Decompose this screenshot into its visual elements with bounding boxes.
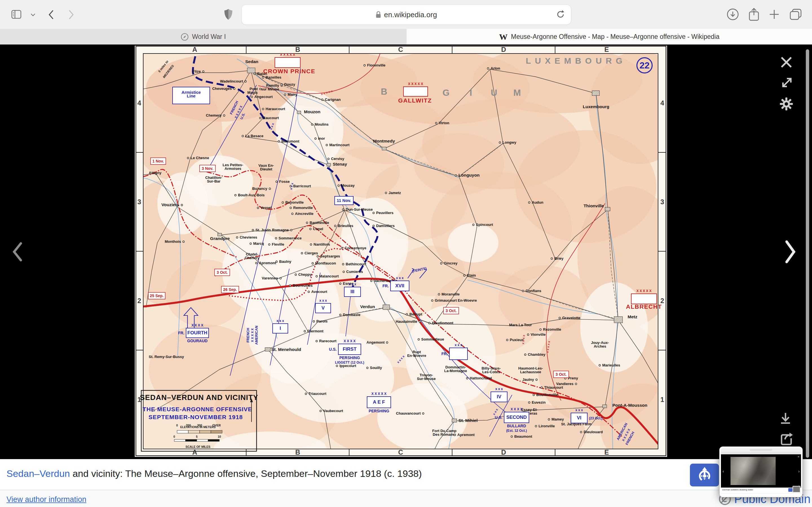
svg-text:Clermont: Clermont bbox=[307, 329, 324, 333]
svg-text:Inor: Inor bbox=[318, 136, 325, 140]
svg-text:SEDAN–VERDUN AND VICINITY: SEDAN–VERDUN AND VICINITY bbox=[140, 393, 258, 402]
svg-text:FOURTH: FOURTH bbox=[188, 330, 207, 335]
svg-text:FRENCH: FRENCH bbox=[246, 328, 250, 342]
svg-text:Beaumont: Beaumont bbox=[514, 434, 532, 439]
close-icon[interactable] bbox=[780, 56, 793, 69]
svg-text:Belrupt: Belrupt bbox=[409, 312, 422, 316]
sidebar-dropdown-chevron-icon[interactable] bbox=[31, 13, 36, 16]
svg-text:Arlon: Arlon bbox=[491, 66, 500, 70]
svg-text:Dieulouard: Dieulouard bbox=[583, 430, 603, 434]
svg-text:Mouzon: Mouzon bbox=[304, 109, 320, 114]
view-author-information-link[interactable]: View author information bbox=[6, 495, 86, 504]
svg-text:x x x: x x x bbox=[319, 298, 327, 302]
svg-text:3 Nov.: 3 Nov. bbox=[202, 166, 213, 171]
svg-text:Chambley: Chambley bbox=[528, 352, 546, 356]
svg-text:SECOND: SECOND bbox=[506, 414, 527, 420]
svg-text:Cheveuges: Cheveuges bbox=[212, 87, 232, 91]
svg-text:X X X X: X X X X bbox=[192, 323, 203, 327]
back-button[interactable] bbox=[47, 9, 55, 20]
svg-text:D: D bbox=[501, 46, 506, 53]
svg-text:Stenay: Stenay bbox=[333, 162, 347, 166]
svg-text:3 Oct.: 3 Oct. bbox=[446, 308, 457, 313]
privacy-shield-icon[interactable] bbox=[224, 8, 233, 20]
previous-image-chevron[interactable] bbox=[11, 242, 24, 262]
svg-text:Bethincourt: Bethincourt bbox=[346, 262, 366, 266]
svg-text:AMERICAN: AMERICAN bbox=[255, 326, 259, 344]
reload-icon[interactable] bbox=[556, 10, 565, 19]
forward-button[interactable] bbox=[68, 9, 75, 20]
downloads-icon[interactable] bbox=[726, 8, 739, 20]
wikimedia-commons-button[interactable] bbox=[690, 464, 719, 487]
page-scrollbar[interactable] bbox=[806, 49, 809, 458]
svg-text:10: 10 bbox=[218, 435, 221, 438]
svg-text:22: 22 bbox=[640, 60, 650, 70]
svg-text:U.S.: U.S. bbox=[329, 347, 337, 351]
svg-text:0: 0 bbox=[173, 435, 175, 438]
svg-text:Damvillers: Damvillers bbox=[376, 224, 395, 228]
svg-text:ALBRECHT: ALBRECHT bbox=[626, 303, 662, 310]
svg-text:x x x: x x x bbox=[455, 343, 462, 347]
svg-text:Lironville: Lironville bbox=[539, 424, 555, 428]
svg-text:Dommartin-La-Montagne: Dommartin-La-Montagne bbox=[444, 365, 467, 373]
new-tab-icon[interactable] bbox=[769, 9, 780, 20]
svg-text:Cheppy: Cheppy bbox=[298, 272, 312, 277]
svg-text:Longuyon: Longuyon bbox=[458, 173, 479, 177]
svg-text:26 Sep.: 26 Sep. bbox=[223, 287, 237, 292]
share-icon[interactable] bbox=[748, 7, 760, 21]
svg-text:Bantheville: Bantheville bbox=[310, 221, 329, 225]
svg-text:E: E bbox=[604, 46, 609, 53]
download-image-icon[interactable] bbox=[779, 412, 792, 425]
svg-text:X X X X: X X X X bbox=[344, 339, 356, 343]
svg-text:Dombasle: Dombasle bbox=[343, 313, 360, 317]
svg-text:Nantillois: Nantillois bbox=[313, 242, 330, 246]
next-image-chevron[interactable] bbox=[783, 240, 797, 264]
meuse-argonne-map-image[interactable]: AABBCCDDEE44332211FlizeSedanWadelincourt… bbox=[135, 46, 667, 457]
verdun-link[interactable]: Verdun bbox=[40, 468, 70, 479]
screenshot-preview-thumbnail[interactable]: ✕ ↓ ‹ › German soldiers drawing water bbox=[719, 447, 802, 497]
svg-text:X X X X X: X X X X X bbox=[371, 392, 386, 396]
tab-meuse-argonne-map[interactable]: W Meuse-Argonne Offensive - Map - Meuse–… bbox=[407, 29, 812, 45]
fullscreen-icon[interactable] bbox=[781, 76, 793, 89]
tab-world-war-i[interactable]: World War I bbox=[0, 29, 407, 45]
svg-text:St. Juvin: St. Juvin bbox=[255, 228, 271, 232]
svg-text:Jaulny: Jaulny bbox=[522, 378, 534, 382]
svg-text:B: B bbox=[380, 87, 387, 97]
svg-text:Haumont-Les-Lachaussee: Haumont-Les-Lachaussee bbox=[518, 366, 543, 374]
svg-text:D: D bbox=[501, 448, 506, 456]
gear-icon[interactable] bbox=[779, 97, 794, 111]
svg-text:Remonville: Remonville bbox=[293, 206, 313, 210]
svg-text:2: 2 bbox=[137, 297, 141, 304]
sidebar-toggle-icon[interactable] bbox=[11, 9, 21, 19]
svg-text:(Est. 12 Oct.): (Est. 12 Oct.) bbox=[506, 429, 527, 433]
svg-text:XVII: XVII bbox=[395, 283, 404, 288]
svg-text:THE MEUSE-ARGONNE OFFENSIVE: THE MEUSE-ARGONNE OFFENSIVE bbox=[143, 406, 252, 412]
svg-text:U.S.: U.S. bbox=[495, 415, 502, 420]
tab-overview-icon[interactable] bbox=[789, 8, 802, 20]
svg-text:Grimaucourt En-Woevre: Grimaucourt En-Woevre bbox=[435, 298, 477, 302]
svg-text:5: 5 bbox=[196, 435, 198, 438]
svg-text:Vionville: Vionville bbox=[530, 332, 546, 337]
svg-text:VI: VI bbox=[577, 415, 581, 420]
svg-text:M: M bbox=[513, 88, 521, 98]
svg-text:Mars La Tour: Mars La Tour bbox=[509, 323, 532, 327]
svg-text:x x x: x x x bbox=[349, 282, 356, 286]
share-image-icon[interactable] bbox=[779, 432, 794, 447]
svg-text:Conflans: Conflans bbox=[525, 289, 541, 293]
svg-text:3 Oct.: 3 Oct. bbox=[556, 372, 567, 377]
url-bar[interactable]: en.wikipedia.org bbox=[241, 4, 571, 25]
svg-text:St. Mihiel: St. Mihiel bbox=[458, 418, 477, 423]
svg-text:Euvezin: Euvezin bbox=[532, 400, 546, 404]
svg-text:OVER: OVER bbox=[212, 424, 221, 427]
svg-text:G: G bbox=[443, 88, 450, 98]
svg-text:C: C bbox=[398, 448, 403, 456]
svg-text:Troyon-Sur-Meuse: Troyon-Sur-Meuse bbox=[417, 373, 436, 381]
mini-thumbnail bbox=[793, 486, 801, 493]
svg-text:B: B bbox=[295, 448, 300, 456]
svg-text:FR.: FR. bbox=[441, 351, 448, 356]
browser-toolbar: en.wikipedia.org bbox=[0, 0, 812, 29]
mini-footer bbox=[721, 493, 801, 496]
svg-text:Marieulles: Marieulles bbox=[602, 363, 620, 367]
svg-text:Montfaucon: Montfaucon bbox=[315, 261, 336, 265]
sedan-link[interactable]: Sedan bbox=[6, 468, 34, 479]
svg-text:Luxembourg: Luxembourg bbox=[583, 104, 609, 109]
